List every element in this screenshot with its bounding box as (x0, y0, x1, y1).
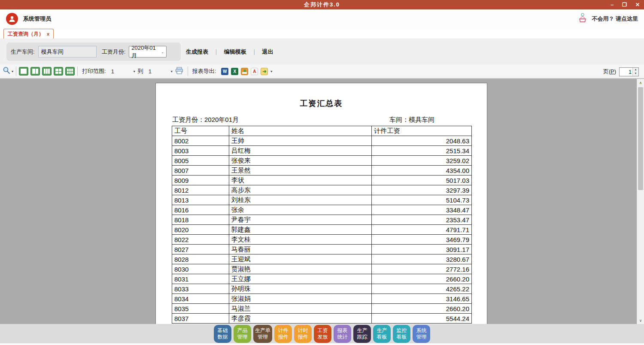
help-area[interactable]: 不会用？ 请点这里 (577, 12, 638, 25)
scrollbar-thumb[interactable] (638, 87, 643, 190)
dock-button-生产看板[interactable]: 生产看板 (373, 325, 391, 343)
page-spinner-value[interactable]: 1 (620, 68, 632, 76)
page-spinner[interactable]: 1 ▲ ▼ (619, 67, 639, 76)
zoom-control[interactable]: ▾ (3, 67, 13, 76)
dock-label-line2: 发放 (318, 334, 328, 340)
scroll-down-icon[interactable]: ∨ (637, 317, 644, 324)
combo-dropdown-arrow-icon[interactable]: ▾ (134, 70, 135, 73)
dock-button-基础数据[interactable]: 基础数据 (214, 325, 231, 343)
workshop-input[interactable] (38, 46, 97, 58)
dock-label-line2: 统计 (337, 334, 348, 340)
filter-action-0[interactable]: 生成报表 (186, 48, 208, 56)
table-row: 8002王帅2048.63 (172, 136, 472, 146)
table-row: 8031王立娜2660.20 (172, 274, 472, 284)
title-bar: 企邦计件3.0 – ❐ ✕ (0, 0, 644, 9)
column-header-name: 姓名 (229, 126, 371, 136)
report-page: 工资汇总表 工资月份：2020年01月 车间：模具车间 工号 姓名 计件工资 8… (155, 83, 487, 324)
print-to-combo[interactable]: 1 ▾ (146, 68, 173, 75)
cell-name: 张余 (229, 205, 371, 215)
report-title: 工资汇总表 (156, 98, 487, 109)
cell-id: 8033 (172, 284, 229, 294)
table-row: 8009李状5017.03 (172, 176, 472, 185)
dock-label-line1: 计件 (278, 327, 289, 333)
table-row: 8020郭建鑫4791.71 (172, 225, 472, 235)
report-viewer: 工资汇总表 工资月份：2020年01月 车间：模具车间 工号 姓名 计件工资 8… (0, 79, 644, 324)
tab-wage-query-month[interactable]: 工资查询（月） x (3, 29, 54, 39)
page-spinner-arrows[interactable]: ▲ ▼ (632, 68, 638, 76)
cell-wage: 5544.24 (372, 314, 472, 324)
dock-label-line1: 基础 (218, 327, 228, 333)
username-label: 系统管理员 (23, 15, 51, 23)
export-excel-icon[interactable]: X (231, 68, 238, 75)
printer-icon[interactable] (175, 67, 183, 76)
export-image-icon[interactable] (241, 68, 248, 75)
cell-id: 8028 (172, 254, 229, 264)
dock-button-监控看板[interactable]: 监控看板 (393, 325, 410, 343)
four-pages-layout-icon[interactable] (54, 67, 63, 76)
spinner-down-icon[interactable]: ▼ (633, 72, 638, 76)
report-month-text: 工资月份：2020年01月 (172, 116, 239, 124)
two-pages-layout-icon[interactable] (30, 67, 40, 76)
restore-button[interactable]: ❐ (622, 0, 627, 9)
three-pages-layout-icon[interactable] (42, 67, 52, 76)
six-pages-layout-icon[interactable] (65, 67, 75, 76)
help-link[interactable]: 不会用？ 请点这里 (592, 15, 638, 23)
print-from-combo[interactable]: 1 ▾ (109, 68, 135, 75)
cell-id: 8016 (172, 205, 229, 215)
one-page-layout-icon[interactable] (19, 67, 28, 76)
print-from-value[interactable]: 1 (109, 68, 134, 75)
spinner-up-icon[interactable]: ▲ (633, 68, 638, 72)
column-header-wage: 计件工资 (372, 126, 472, 136)
print-to-value[interactable]: 1 (146, 68, 171, 75)
cell-id: 8027 (172, 245, 229, 254)
dock-label-line2: 管理 (237, 334, 248, 340)
filter-action-1[interactable]: 编辑模板 (224, 48, 246, 56)
dock-label-line2: 管理 (258, 334, 268, 340)
cell-id: 8013 (172, 195, 229, 205)
scroll-up-icon[interactable]: ∧ (637, 79, 644, 86)
zoom-dropdown-arrow-icon[interactable]: ▾ (12, 70, 13, 73)
export-file-icon[interactable]: ➜ (261, 68, 268, 75)
dock-button-生产跟踪[interactable]: 生产跟踪 (353, 325, 371, 343)
dock-button-系统管理[interactable]: 系统管理 (413, 325, 430, 343)
table-row: 8033孙明珠4265.22 (172, 284, 472, 294)
cell-name: 吕红梅 (229, 146, 371, 156)
month-label: 工资月份: (102, 48, 126, 56)
user-bar: 系统管理员 不会用？ 请点这里 (0, 9, 644, 28)
minimize-button[interactable]: – (611, 0, 614, 9)
dock-button-报表统计[interactable]: 报表统计 (334, 325, 351, 343)
filter-action-2[interactable]: 退出 (262, 48, 273, 56)
tab-close-icon[interactable]: x (47, 31, 49, 36)
dock-button-工资发放[interactable]: 工资发放 (314, 325, 331, 343)
table-row: 8018尹春宇2353.47 (172, 215, 472, 225)
cell-wage: 3146.65 (372, 294, 472, 304)
month-select[interactable]: 2020年01月 ⌄ (129, 46, 167, 58)
dock-label-line2: 管理 (416, 334, 427, 340)
cell-wage: 2048.63 (372, 136, 472, 146)
close-button[interactable]: ✕ (635, 0, 640, 9)
cell-name: 张俊来 (229, 156, 371, 166)
export-dropdown-arrow-icon[interactable]: ▾ (270, 70, 272, 73)
table-row: 8003吕红梅2515.34 (172, 146, 472, 156)
table-row: 8022李文桂3469.79 (172, 235, 472, 245)
dock-button-产品管理[interactable]: 产品管理 (234, 325, 251, 343)
workshop-label: 生产车间: (11, 48, 35, 56)
cell-name: 孙明珠 (229, 284, 371, 294)
cell-wage: 2515.34 (372, 146, 472, 156)
dock-button-生产单管理[interactable]: 生产单管理 (253, 325, 272, 343)
export-pdf-icon[interactable]: A (251, 68, 258, 75)
cell-name: 马淑兰 (229, 304, 371, 314)
toolbar-separator (77, 67, 78, 76)
dock-label-line1: 生产单 (255, 327, 270, 333)
combo-dropdown-arrow-icon[interactable]: ▾ (171, 70, 173, 73)
cell-name: 刘桂东 (229, 195, 371, 205)
report-workshop-text: 车间：模具车间 (389, 116, 434, 124)
cell-wage: 3297.39 (372, 185, 472, 195)
vertical-scrollbar[interactable]: ∧ ∨ (637, 79, 644, 324)
export-word-icon[interactable]: W (221, 68, 228, 75)
dock-label-line2: 报件 (278, 334, 289, 340)
export-icons: W X A ➜ ▾ (221, 68, 272, 75)
cell-name: 郭建鑫 (229, 225, 371, 235)
dock-button-计件报件[interactable]: 计件报件 (274, 325, 292, 343)
dock-button-计时报件[interactable]: 计时报件 (294, 325, 312, 343)
